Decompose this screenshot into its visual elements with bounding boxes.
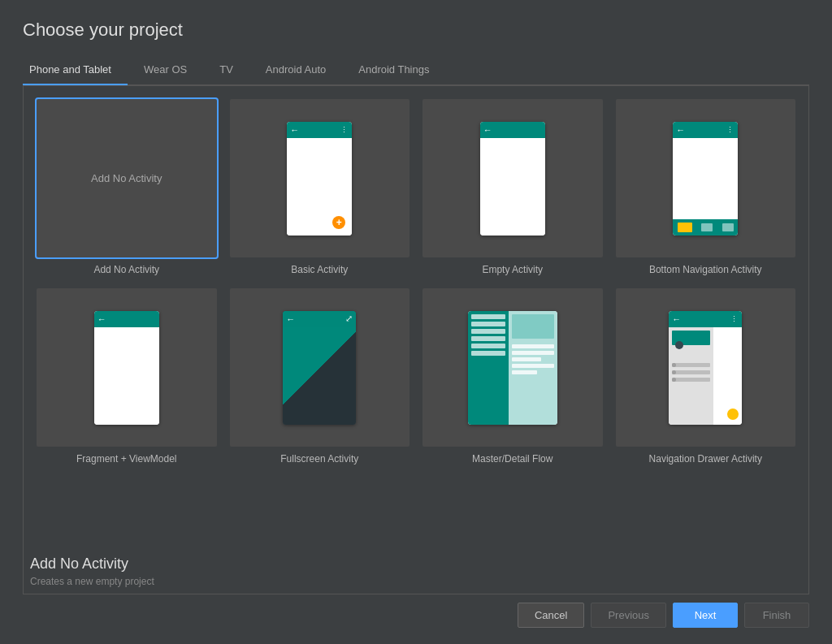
drawer-line-2 — [672, 370, 710, 374]
tab-bar: Phone and Tablet Wear OS TV Android Auto… — [23, 57, 809, 85]
detail-header — [512, 314, 554, 339]
phone-mock-fragment: ← — [94, 311, 159, 425]
bottom-nav-bar — [673, 219, 738, 236]
fullscreen-header: ← ⤢ — [283, 311, 356, 327]
tab-android-things[interactable]: Android Things — [342, 57, 445, 85]
finish-button[interactable]: Finish — [744, 603, 809, 628]
content-area: Add No Activity Add No Activity ← ⋮ + — [23, 85, 809, 594]
preview-nav-drawer: ← ⋮ — [616, 288, 796, 447]
drawer-dot-3 — [672, 378, 676, 382]
phone-header-fragment: ← — [94, 311, 159, 327]
label-basic-activity: Basic Activity — [291, 264, 348, 275]
phone-mock-empty: ← — [480, 122, 545, 236]
card-empty-activity[interactable]: ← Empty Activity — [419, 96, 606, 279]
next-button[interactable]: Next — [673, 603, 738, 628]
label-nav-drawer: Navigation Drawer Activity — [649, 453, 762, 465]
dots-icon-basic: ⋮ — [340, 126, 349, 134]
nav-drawer-header: ← ⋮ — [669, 311, 742, 327]
fab-basic: + — [332, 216, 345, 229]
detail-line-3 — [512, 357, 541, 361]
detail-line-5 — [512, 370, 537, 374]
activity-grid: Add No Activity Add No Activity ← ⋮ + — [24, 86, 808, 542]
arrow-icon-basic: ← — [290, 125, 299, 135]
preview-bottom-nav: ← ⋮ — [616, 99, 796, 257]
master-item-2 — [471, 322, 505, 326]
nav-item-1 — [701, 223, 713, 231]
no-activity-label: Add No Activity — [37, 99, 217, 257]
phone-mock-basic: ← ⋮ + — [287, 122, 352, 236]
preview-basic-activity: ← ⋮ + — [230, 99, 410, 257]
label-empty-activity: Empty Activity — [482, 264, 543, 275]
nav-item-active — [678, 223, 692, 232]
card-fragment-viewmodel[interactable]: ← Fragment + ViewModel — [33, 285, 220, 468]
preview-fullscreen: ← ⤢ — [230, 288, 410, 447]
arrow-icon-nav-drawer: ← — [672, 314, 681, 324]
arrow-icon-fragment: ← — [98, 314, 106, 324]
detail-pane — [509, 311, 557, 425]
master-item-5 — [471, 344, 505, 348]
phone-body-bottom-nav — [673, 138, 738, 219]
master-item-4 — [471, 336, 505, 341]
label-bottom-nav: Bottom Navigation Activity — [649, 264, 762, 275]
selection-title: Add No Activity — [30, 555, 802, 573]
phone-mock-fullscreen: ← ⤢ — [283, 311, 356, 425]
label-no-activity: Add No Activity — [93, 264, 159, 275]
arrow-icon-empty: ← — [483, 125, 492, 135]
preview-fragment: ← — [37, 288, 217, 447]
selection-description: Creates a new empty project — [30, 576, 802, 587]
preview-no-activity: Add No Activity — [37, 99, 217, 257]
arrow-icon-fullscreen: ← — [286, 314, 295, 324]
nav-item-2 — [722, 223, 734, 231]
previous-button[interactable]: Previous — [591, 603, 666, 628]
label-fragment: Fragment + ViewModel — [76, 453, 177, 465]
preview-empty-activity: ← — [422, 99, 603, 257]
dots-icon-nav-drawer: ⋮ — [730, 315, 739, 323]
phone-header-bottom-nav: ← ⋮ — [673, 122, 738, 138]
master-item-3 — [471, 329, 505, 334]
fullscreen-body — [283, 311, 356, 425]
arrow-icon-bottom-nav: ← — [676, 125, 685, 135]
card-nav-drawer[interactable]: ← ⋮ — [613, 285, 800, 468]
drawer-text-3 — [678, 378, 710, 381]
phone-header-empty: ← — [480, 122, 545, 138]
drawer-text-1 — [678, 364, 710, 366]
drawer-spacer — [672, 352, 710, 360]
phone-mock-bottom-nav: ← ⋮ — [673, 122, 738, 236]
tab-tv[interactable]: TV — [203, 57, 249, 85]
fab-nav-drawer — [727, 408, 739, 420]
card-master-detail[interactable]: Master/Detail Flow — [419, 285, 606, 468]
dialog-title: Choose your project — [23, 19, 809, 41]
card-basic-activity[interactable]: ← ⋮ + Basic Activity — [227, 96, 414, 279]
drawer-panel — [669, 327, 713, 425]
drawer-dot-2 — [672, 370, 676, 374]
card-no-activity[interactable]: Add No Activity Add No Activity — [33, 96, 220, 279]
dots-icon-bottom-nav: ⋮ — [726, 126, 734, 134]
phone-header-basic: ← ⋮ — [287, 122, 352, 138]
drawer-text-2 — [678, 371, 710, 374]
phone-body-empty — [480, 138, 545, 236]
expand-icon-fullscreen: ⤢ — [345, 313, 353, 324]
cancel-button[interactable]: Cancel — [518, 603, 584, 628]
drawer-line-1 — [672, 363, 710, 367]
label-master-detail: Master/Detail Flow — [472, 453, 552, 465]
drawer-line-3 — [672, 378, 710, 382]
tab-phone-tablet[interactable]: Phone and Tablet — [23, 57, 128, 85]
phone-body-basic: + — [287, 138, 352, 236]
phone-mock-nav-drawer: ← ⋮ — [669, 311, 742, 425]
drawer-panel-header — [672, 331, 710, 345]
preview-master-detail — [422, 288, 603, 447]
phone-mock-master-detail — [468, 311, 557, 425]
detail-line-2 — [512, 351, 554, 355]
tab-android-auto[interactable]: Android Auto — [249, 57, 342, 85]
phone-body-fragment — [94, 327, 159, 425]
selection-info: Add No Activity Creates a new empty proj… — [24, 542, 808, 594]
master-pane — [468, 311, 509, 425]
card-bottom-nav[interactable]: ← ⋮ Bottom Navigation Activity — [613, 96, 800, 279]
label-fullscreen: Fullscreen Activity — [280, 453, 358, 465]
detail-line-4 — [512, 364, 554, 368]
choose-project-dialog: Choose your project Phone and Tablet Wea… — [0, 0, 832, 644]
tab-wear-os[interactable]: Wear OS — [128, 57, 203, 85]
dialog-footer: Cancel Previous Next Finish — [23, 594, 809, 631]
master-item-1 — [471, 314, 505, 319]
card-fullscreen[interactable]: ← ⤢ Fullscreen Activity — [227, 285, 414, 468]
